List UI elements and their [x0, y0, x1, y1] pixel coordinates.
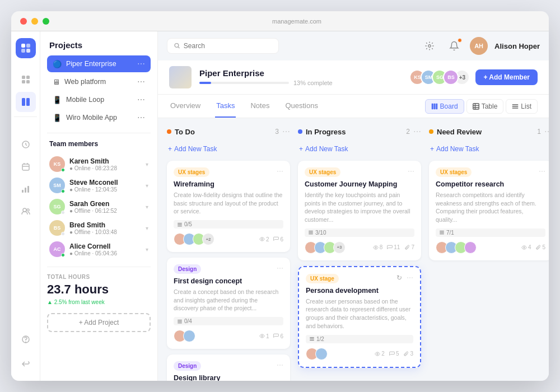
tab-questions[interactable]: Questions — [284, 95, 319, 118]
tab-tasks[interactable]: Tasks — [215, 95, 236, 118]
progress-bar — [199, 82, 289, 84]
time-label: TOTAL HOURS — [47, 274, 151, 280]
sidebar-project-web[interactable]: 🖥 Web platform ⋯ — [47, 73, 151, 90]
search-box — [167, 38, 279, 54]
add-task-button[interactable]: + Add New Task — [429, 143, 549, 155]
card-description: Identify the key touchpoints and pain po… — [305, 191, 414, 224]
progress-wrap: 13% complete — [199, 80, 333, 86]
project-more-icon[interactable]: ⋯ — [137, 59, 145, 68]
eye-icon — [259, 334, 265, 338]
team-member[interactable]: AC Alice Cornell ● Online · 05:04:36 ▾ — [47, 239, 151, 260]
svg-rect-7 — [26, 80, 30, 83]
eye-icon — [521, 245, 527, 250]
minimize-dot[interactable] — [31, 18, 38, 25]
team-member[interactable]: KS Karen Smith ● Online · 08:23:28 ▾ — [47, 153, 151, 175]
project-more-icon[interactable]: ⋯ — [137, 113, 145, 122]
card-stats: 8 11 7 — [373, 244, 414, 250]
task-progress-badge: 1/2 — [306, 335, 413, 343]
task-card: UX stages ⋯ Customer Journey Mapping Ide… — [298, 161, 421, 260]
maximize-dot[interactable] — [43, 18, 49, 25]
member-name: Alice Cornell — [69, 242, 141, 250]
card-more-icon[interactable]: ⋯ — [407, 274, 413, 282]
member-avatar: BS — [49, 220, 65, 236]
project-name: Piper Enterprise — [199, 68, 333, 78]
card-more-icon[interactable]: ⋯ — [539, 167, 545, 175]
card-avatar — [464, 241, 477, 254]
chevron-down-icon: ▾ — [146, 204, 148, 210]
view-table-button[interactable]: Table — [466, 99, 504, 114]
project-label: Wiro Mobile App — [66, 114, 133, 122]
column-count: 3 — [275, 128, 279, 136]
column-more-icon[interactable]: ⋯ — [282, 127, 290, 136]
view-board-button[interactable]: Board — [425, 99, 464, 114]
column-more-icon[interactable]: ⋯ — [544, 127, 549, 136]
tab-notes[interactable]: Notes — [249, 95, 270, 118]
view-count: 2 — [375, 351, 385, 357]
list-view-icon — [512, 103, 519, 110]
add-member-button[interactable]: + Add Member — [475, 69, 538, 85]
card-more-icon[interactable]: ⋯ — [277, 264, 283, 272]
main-content: AH Alison Hoper Piper Enterprise 13% com… — [158, 31, 549, 381]
titlebar: managemate.com — [11, 11, 549, 31]
board-view-icon — [431, 103, 438, 110]
eye-icon — [259, 237, 265, 241]
add-task-button[interactable]: + Add New Task — [298, 143, 421, 155]
svg-rect-11 — [22, 164, 29, 170]
attachment-count: 5 — [535, 244, 545, 250]
search-input[interactable] — [184, 42, 272, 50]
svg-rect-5 — [26, 76, 30, 79]
project-header-right: KS SM SG BS +3 + Add Member — [409, 69, 538, 85]
settings-icon[interactable] — [421, 37, 438, 55]
sidebar-project-piper[interactable]: 🔵 Piper Enterprise ⋯ — [47, 55, 151, 72]
member-info: Bred Smith ● Offline · 10:03:48 — [69, 221, 141, 235]
task-progress-badge: 3/10 — [305, 228, 414, 237]
team-member[interactable]: SM Steve Mcconell ● Online · 12:04:35 ▾ — [47, 175, 151, 196]
nav-help-icon[interactable] — [16, 329, 36, 349]
member-name: Bred Smith — [69, 221, 141, 229]
member-avatar: KS — [49, 156, 65, 172]
column-count: 2 — [406, 128, 410, 136]
close-dot[interactable] — [20, 18, 27, 25]
view-count: 1 — [259, 333, 269, 339]
nav-back-icon[interactable] — [16, 354, 36, 374]
sidebar-project-mobile-loop[interactable]: 📱 Mobile Loop ⋯ — [47, 91, 151, 108]
card-footer: 1 6 — [174, 330, 283, 342]
nav-grid-icon[interactable] — [16, 69, 36, 90]
plus-icon: + — [299, 145, 303, 153]
add-task-button[interactable]: + Add New Task — [167, 143, 290, 155]
team-member[interactable]: BS Bred Smith ● Offline · 10:03:48 ▾ — [47, 217, 151, 239]
project-info: Piper Enterprise 13% complete — [199, 68, 333, 86]
member-status: ● Offline · 06:12:52 — [69, 208, 141, 214]
svg-rect-9 — [26, 98, 30, 106]
card-more-icon[interactable]: ⋯ — [277, 361, 283, 369]
project-more-icon[interactable]: ⋯ — [137, 77, 145, 86]
project-more-icon[interactable]: ⋯ — [137, 95, 145, 104]
refresh-icon[interactable]: ↻ — [396, 274, 402, 282]
view-count: 4 — [521, 244, 531, 250]
view-list-button[interactable]: List — [506, 99, 538, 114]
view-count: 2 — [259, 236, 269, 242]
card-more-icon[interactable]: ⋯ — [408, 167, 414, 175]
member-info: Sarah Green ● Offline · 06:12:52 — [69, 200, 141, 214]
card-tag: Design — [174, 264, 201, 274]
card-more-icon[interactable]: ⋯ — [277, 167, 283, 175]
tab-overview[interactable]: Overview — [169, 95, 202, 118]
nav-calendar-icon[interactable] — [16, 157, 36, 177]
card-stats: 1 6 — [259, 333, 283, 339]
column-more-icon[interactable]: ⋯ — [413, 127, 421, 136]
project-label: Mobile Loop — [66, 96, 133, 104]
add-project-button[interactable]: + Add Project — [47, 313, 151, 332]
card-stats: 2 6 — [259, 236, 283, 242]
time-value: 23.7 hours — [47, 282, 151, 297]
attach-icon — [404, 245, 410, 250]
card-tag: UX stages — [436, 167, 472, 177]
nav-clock-icon[interactable] — [16, 134, 36, 155]
nav-users-icon[interactable] — [16, 202, 36, 222]
notification-icon[interactable] — [445, 37, 463, 55]
member-info: Alice Cornell ● Online · 05:04:36 — [69, 242, 141, 256]
sidebar-project-wiro[interactable]: 📱 Wiro Mobile App ⋯ — [47, 109, 151, 126]
comment-icon — [273, 333, 279, 339]
nav-layout-icon[interactable] — [16, 92, 36, 112]
nav-chart-icon[interactable] — [16, 179, 36, 199]
team-member[interactable]: SG Sarah Green ● Offline · 06:12:52 ▾ — [47, 196, 151, 217]
